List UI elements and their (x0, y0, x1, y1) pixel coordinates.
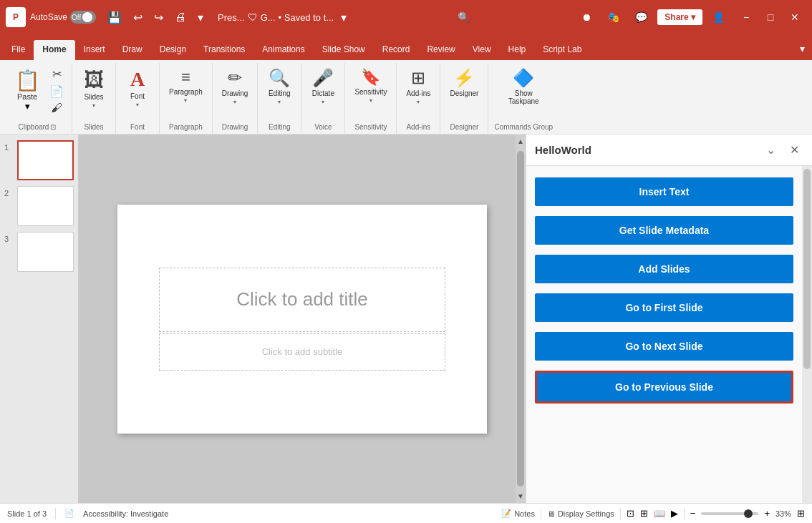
paragraph-button[interactable]: ≡ Paragraph ▾ (165, 66, 206, 106)
editing-arrow-icon: ▾ (278, 99, 281, 105)
accessibility-status[interactable]: Accessibility: Investigate (83, 509, 168, 518)
format-painter-button[interactable]: 🖌 (47, 100, 66, 116)
record-button[interactable]: ⏺ (576, 9, 597, 26)
minimize-button[interactable]: − (735, 7, 758, 27)
close-button[interactable]: ✕ (783, 7, 806, 27)
scroll-up-icon[interactable]: ▲ (517, 135, 524, 148)
clipboard-expand-icon[interactable]: ⊡ (50, 123, 56, 131)
show-taskpane-button[interactable]: 🔷 Show Taskpane (498, 66, 548, 107)
tab-home[interactable]: Home (34, 40, 74, 60)
editing-label: Editing (269, 122, 291, 134)
clipboard-items: 📋 Paste ▾ ✂ 📄 🖌 (9, 64, 66, 122)
copy-button[interactable]: 📄 (47, 83, 66, 99)
clipboard-small-items: ✂ 📄 🖌 (47, 66, 66, 116)
drawing-group: ✏ Drawing ▾ Drawing (213, 63, 258, 134)
normal-view-button[interactable]: ⊡ (627, 508, 634, 519)
tab-review[interactable]: Review (418, 40, 463, 60)
sensitivity-label: Sensitivity (354, 122, 387, 134)
tab-file[interactable]: File (3, 40, 34, 60)
customize-button[interactable]: ▾ (193, 8, 208, 27)
editing-button[interactable]: 🔍 Editing ▾ (264, 66, 295, 107)
status-right: 📝 Notes 🖥 Display Settings ⊡ ⊞ 📖 ▶ − + 3… (501, 508, 805, 519)
tab-transitions[interactable]: Transitions (195, 40, 253, 60)
print-button[interactable]: 🖨 (170, 8, 190, 26)
reading-view-button[interactable]: 📖 (654, 508, 665, 519)
tab-view[interactable]: View (464, 40, 500, 60)
paste-button[interactable]: 📋 Paste ▾ (9, 66, 46, 114)
scroll-thumb[interactable] (517, 151, 524, 487)
task-pane-title: HelloWorld (535, 144, 756, 156)
tab-animations[interactable]: Animations (253, 40, 313, 60)
insert-text-button[interactable]: Insert Text (535, 177, 793, 206)
ribbon-expand-button[interactable]: ▾ (796, 40, 809, 57)
scroll-down-icon[interactable]: ▼ (517, 489, 524, 503)
search-bar[interactable]: 🔍 (355, 11, 571, 23)
designer-button[interactable]: ⚡ Designer (446, 66, 482, 99)
slide-canvas: Click to add title Click to add subtitle (117, 205, 487, 434)
tab-scriptlab[interactable]: Script Lab (534, 40, 590, 60)
task-pane-close-button[interactable]: ✕ (786, 140, 803, 160)
dictate-button[interactable]: 🎤 Dictate ▾ (307, 66, 339, 107)
present-button[interactable]: 🎭 (601, 9, 625, 26)
add-slides-button[interactable]: Add Slides (535, 255, 793, 283)
filename: Pres... 🛡 G... • Saved to t... ▾ (218, 8, 351, 27)
dictate-icon: 🎤 (312, 68, 334, 88)
drawing-icon: ✏ (228, 68, 242, 88)
zoom-out-icon[interactable]: − (690, 508, 696, 519)
redo-button[interactable]: ↪ (150, 8, 168, 27)
status-divider-4 (684, 508, 685, 519)
tab-design[interactable]: Design (151, 40, 195, 60)
taskpane-icon: 🔷 (513, 68, 534, 88)
go-to-next-slide-button[interactable]: Go to Next Slide (535, 332, 793, 361)
slides-label: Slides (84, 122, 103, 134)
slide-preview-1[interactable] (17, 140, 74, 180)
cut-button[interactable]: ✂ (47, 66, 66, 82)
slideshow-button[interactable]: ▶ (671, 508, 678, 519)
autosave-toggle[interactable]: Off (70, 11, 96, 24)
paragraph-label: Paragraph (169, 122, 203, 134)
tab-record[interactable]: Record (374, 40, 419, 60)
drawing-button[interactable]: ✏ Drawing ▾ (218, 66, 252, 107)
zoom-in-icon[interactable]: + (764, 508, 770, 519)
slide-thumb-1: 1 (4, 140, 74, 180)
task-pane-scroll-area: Insert Text Get Slide Metadata Add Slide… (526, 166, 812, 503)
saved-dropdown[interactable]: ▾ (337, 8, 351, 27)
slide-info: Slide 1 of 3 (7, 509, 47, 518)
go-to-first-slide-button[interactable]: Go to First Slide (535, 293, 793, 322)
share-button[interactable]: Share ▾ (657, 9, 702, 25)
toggle-knob (82, 12, 92, 22)
tab-draw[interactable]: Draw (114, 40, 151, 60)
drawing-label: Drawing (222, 122, 248, 134)
task-pane-scroll-thumb[interactable] (803, 169, 811, 369)
tab-help[interactable]: Help (500, 40, 535, 60)
sensitivity-button[interactable]: 🔖 Sensitivity ▾ (351, 66, 390, 106)
slide-subtitle-placeholder[interactable]: Click to add subtitle (159, 333, 445, 371)
get-slide-metadata-button[interactable]: Get Slide Metadata (535, 216, 793, 245)
slide-title-placeholder[interactable]: Click to add title (159, 268, 445, 332)
task-pane-collapse-button[interactable]: ⌄ (762, 140, 780, 160)
save-button[interactable]: 💾 (103, 8, 126, 27)
profile-button[interactable]: 👤 (707, 9, 730, 26)
font-button[interactable]: A Font ▾ (122, 66, 153, 110)
cut-icon: ✂ (52, 67, 62, 81)
addins-button[interactable]: ⊞ Add-ins ▾ (402, 66, 434, 107)
notes-button[interactable]: 📝 Notes (501, 509, 535, 518)
canvas-area: Click to add title Click to add subtitle… (79, 135, 526, 503)
slide-preview-2[interactable] (17, 186, 74, 226)
slide-num-3: 3 (4, 232, 14, 243)
undo-button[interactable]: ↩ (129, 8, 147, 27)
restore-button[interactable]: □ (759, 7, 782, 27)
comments-button[interactable]: 💬 (629, 9, 653, 26)
zoom-slider[interactable] (701, 512, 758, 515)
fit-slide-button[interactable]: ⊞ (797, 508, 805, 519)
sensitivity-group: 🔖 Sensitivity ▾ Sensitivity (345, 63, 397, 134)
slide-preview-3[interactable] (17, 232, 74, 272)
slide-thumb-2: 2 (4, 186, 74, 226)
status-divider-3 (620, 508, 621, 519)
slide-sorter-button[interactable]: ⊞ (640, 508, 648, 519)
tab-insert[interactable]: Insert (75, 40, 114, 60)
slides-button[interactable]: 🖼 Slides ▾ (78, 66, 110, 111)
display-settings-button[interactable]: 🖥 Display Settings (547, 509, 614, 518)
go-to-previous-slide-button[interactable]: Go to Previous Slide (535, 371, 793, 404)
tab-slideshow[interactable]: Slide Show (314, 40, 374, 60)
